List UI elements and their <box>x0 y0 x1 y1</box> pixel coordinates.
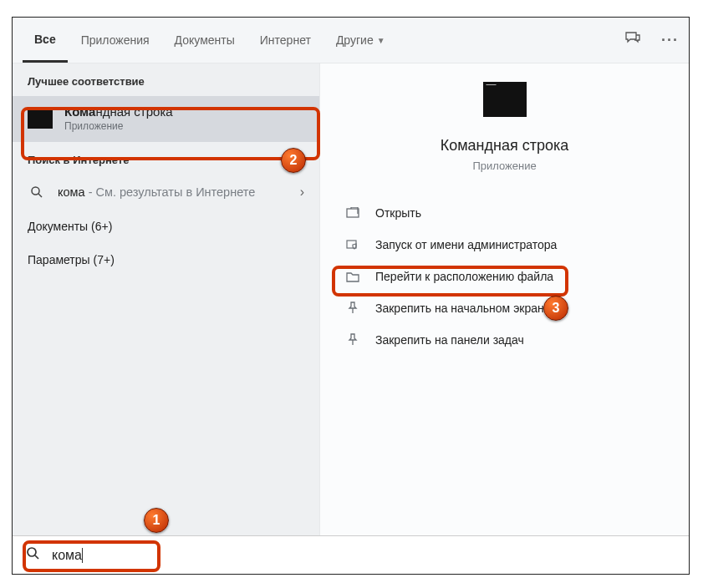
chevron-down-icon: ▼ <box>377 36 385 45</box>
preview: Командная строка Приложение <box>320 82 689 172</box>
admin-icon <box>345 238 360 251</box>
svg-point-0 <box>32 187 39 195</box>
best-match-title: Командная строка <box>64 104 173 119</box>
preview-title: Командная строка <box>320 137 689 155</box>
preview-subtitle: Приложение <box>320 160 689 172</box>
documents-row[interactable]: Документы (6+) <box>13 210 319 243</box>
tab-more[interactable]: Другие ▼ <box>324 18 397 63</box>
parameters-row[interactable]: Параметры (7+) <box>13 243 319 276</box>
action-run-admin[interactable]: Запуск от имени администратора <box>320 229 689 261</box>
right-panel: Командная строка Приложение Открыть Запу… <box>319 63 689 535</box>
search-icon <box>28 185 46 199</box>
best-match-subtitle: Приложение <box>64 120 173 132</box>
action-pin-start[interactable]: Закрепить на начальном экране <box>320 292 689 324</box>
action-open-location-label: Перейти к расположению файла <box>375 270 553 283</box>
web-search-text: кома - См. результаты в Интернете <box>58 185 288 199</box>
search-bar: кома <box>13 535 689 574</box>
action-open-location[interactable]: Перейти к расположению файла <box>320 261 689 292</box>
header-right: ··· <box>624 30 679 51</box>
tabs: Все Приложения Документы Интернет Другие… <box>23 18 397 63</box>
action-open-label: Открыть <box>375 206 421 220</box>
tab-more-label: Другие <box>336 33 374 47</box>
action-open[interactable]: Открыть <box>320 197 689 229</box>
actions-list: Открыть Запуск от имени администратора П… <box>320 197 689 356</box>
tab-apps[interactable]: Приложения <box>69 18 161 63</box>
web-search-label: Поиск в Интернете <box>13 142 319 175</box>
header: Все Приложения Документы Интернет Другие… <box>13 18 689 63</box>
body: Лучшее соответствие Командная строка При… <box>13 63 689 535</box>
best-match-title-rest: ндная строка <box>95 104 172 119</box>
pin-taskbar-icon <box>345 333 360 347</box>
best-match-text: Командная строка Приложение <box>64 104 173 132</box>
more-icon[interactable]: ··· <box>661 32 679 49</box>
svg-line-1 <box>38 194 42 197</box>
best-match-title-bold: Кома <box>64 104 95 119</box>
svg-rect-2 <box>347 209 359 217</box>
tab-all[interactable]: Все <box>23 18 68 63</box>
pin-start-icon <box>345 302 360 315</box>
web-query: кома <box>58 185 85 199</box>
action-pin-taskbar-label: Закрепить на панели задач <box>375 333 524 347</box>
web-after: - См. результаты в Интернете <box>85 185 256 199</box>
tab-internet[interactable]: Интернет <box>248 18 323 63</box>
search-window: Все Приложения Документы Интернет Другие… <box>12 17 690 575</box>
chevron-right-icon: › <box>300 185 304 200</box>
action-pin-taskbar[interactable]: Закрепить на панели задач <box>320 324 689 356</box>
tab-documents[interactable]: Документы <box>163 18 247 63</box>
web-search-item[interactable]: кома - См. результаты в Интернете › <box>13 175 319 210</box>
cmd-icon-large <box>483 82 527 117</box>
action-run-admin-label: Запуск от имени администратора <box>375 238 557 251</box>
best-match-item[interactable]: Командная строка Приложение <box>13 96 319 142</box>
best-match-label: Лучшее соответствие <box>13 63 319 96</box>
feedback-icon[interactable] <box>624 30 641 51</box>
open-icon <box>345 207 360 219</box>
folder-icon <box>345 271 360 282</box>
cmd-icon <box>28 108 53 129</box>
left-panel: Лучшее соответствие Командная строка При… <box>13 63 319 535</box>
action-pin-start-label: Закрепить на начальном экране <box>375 302 551 315</box>
